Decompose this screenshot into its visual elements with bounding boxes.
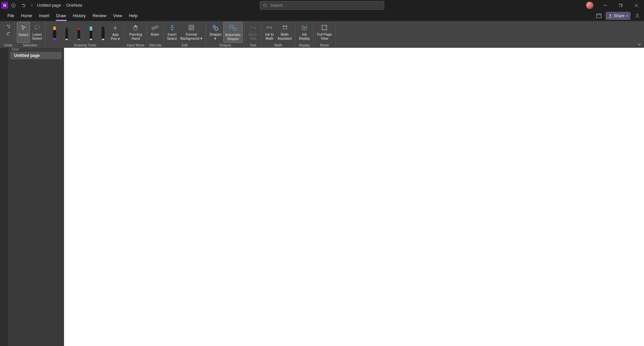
full-page-label: Full Page View <box>317 32 332 40</box>
cursor-icon <box>20 25 27 31</box>
page-list-panel: Start Untitled page <box>8 48 64 346</box>
group-label-edit: Edit <box>182 43 188 48</box>
svg-rect-13 <box>53 38 56 40</box>
svg-rect-21 <box>101 30 105 39</box>
ribbon-separator <box>45 23 45 46</box>
ink-to-text-label: Ink to Text <box>249 32 257 40</box>
search-icon <box>263 3 267 8</box>
tab-review[interactable]: Review <box>89 11 110 21</box>
group-shapes: Shapes ▾ Automatic Shapes Shapes <box>207 21 244 48</box>
redo-button[interactable] <box>4 30 12 37</box>
svg-rect-16 <box>77 30 80 39</box>
minimize-button[interactable] <box>598 0 613 11</box>
group-label-mode: Mode <box>320 43 329 48</box>
svg-rect-11 <box>53 27 56 30</box>
svg-rect-31 <box>189 25 194 30</box>
svg-point-10 <box>35 25 39 29</box>
svg-rect-18 <box>90 27 92 31</box>
pencil-icon <box>87 26 95 41</box>
svg-rect-17 <box>78 39 80 40</box>
ribbon-collapse-button[interactable] <box>637 43 641 46</box>
undo-button[interactable] <box>4 23 12 30</box>
share-button[interactable]: Share ▾ <box>606 12 631 20</box>
tab-draw[interactable]: Draw <box>53 11 69 21</box>
undo-quick-button[interactable] <box>19 1 28 10</box>
mode-switcher-button[interactable] <box>594 12 604 20</box>
app-icon: N <box>1 2 8 9</box>
svg-rect-14 <box>65 30 68 39</box>
lasso-select-button[interactable]: Lasso Select <box>31 22 43 43</box>
svg-rect-20 <box>90 39 92 40</box>
ink-replay-button[interactable]: Ink Replay <box>297 22 311 43</box>
tab-file[interactable]: File <box>4 11 18 21</box>
svg-point-1 <box>263 4 266 6</box>
svg-rect-39 <box>233 29 236 31</box>
group-label-input: Input Mode <box>127 43 144 48</box>
pencil-teal[interactable] <box>86 25 96 41</box>
group-drawing-tools: Add Pen ▾ Drawing Tools <box>46 21 124 48</box>
group-edit: Insert Space Format Background ▾ Edit <box>164 21 205 48</box>
pen-highlighter-orange[interactable] <box>49 25 60 41</box>
search-input[interactable] <box>270 3 381 8</box>
hand-icon <box>132 24 139 31</box>
feedback-button[interactable] <box>633 12 642 20</box>
maximize-button[interactable] <box>613 0 629 11</box>
svg-rect-22 <box>102 39 104 40</box>
ruler-label: Ruler <box>151 32 159 36</box>
group-input-mode: Panning Hand Input Mode <box>125 21 146 48</box>
svg-line-2 <box>266 6 267 7</box>
tab-home[interactable]: Home <box>18 11 35 21</box>
svg-point-49 <box>286 29 287 30</box>
pen-black[interactable] <box>61 25 72 41</box>
window-controls <box>586 0 644 11</box>
main-area: Start Untitled page <box>0 48 644 346</box>
ink-to-math-button[interactable]: π Ink to Math <box>263 22 276 43</box>
svg-rect-4 <box>619 4 622 7</box>
ink-replay-label: Ink Replay <box>299 32 310 40</box>
ruler-button[interactable]: Ruler <box>149 22 161 43</box>
page-list-item[interactable]: Untitled page <box>10 52 62 59</box>
group-replay: Ink Replay Replay <box>296 21 313 48</box>
format-background-button[interactable]: Format Background ▾ <box>179 22 204 43</box>
shapes-button[interactable]: Shapes ▾ <box>208 22 223 43</box>
restore-icon <box>619 4 622 7</box>
redo-icon <box>6 31 11 36</box>
tab-view[interactable]: View <box>110 11 126 21</box>
select-button[interactable]: Select <box>17 22 30 43</box>
full-page-view-button[interactable]: Full Page View <box>316 22 333 43</box>
close-button[interactable] <box>629 0 644 11</box>
panning-hand-button[interactable]: Panning Hand <box>128 22 143 43</box>
group-label-drawing: Drawing Tools <box>74 43 96 48</box>
math-assistant-label: Math Assistant <box>278 32 292 40</box>
insert-space-button[interactable]: Insert Space <box>166 22 179 43</box>
ruler-icon <box>151 24 159 31</box>
chevron-down-icon: ▾ <box>626 14 628 18</box>
automatic-shapes-button[interactable]: Automatic Shapes <box>223 22 243 43</box>
nav-back-button[interactable] <box>9 1 18 10</box>
pen-red[interactable] <box>73 25 84 41</box>
user-avatar[interactable] <box>586 2 593 9</box>
search-box[interactable] <box>260 1 384 10</box>
person-help-icon <box>635 13 640 19</box>
marker-icon <box>99 26 107 41</box>
tab-insert[interactable]: Insert <box>36 11 53 21</box>
canvas[interactable] <box>64 48 644 346</box>
marker-black[interactable] <box>98 25 108 41</box>
svg-line-28 <box>156 27 156 28</box>
ink-to-text-button: a Ink to Text <box>247 22 259 43</box>
chevron-down-icon <box>30 4 33 7</box>
arrow-left-icon <box>11 3 16 8</box>
group-label-text: Text <box>250 43 256 48</box>
math-assistant-button[interactable]: Math Assistant <box>276 22 293 43</box>
ribbon-separator <box>14 23 15 46</box>
group-text: a Ink to Text Text <box>246 21 260 48</box>
group-label-stencils: Stencils <box>149 43 161 48</box>
add-pen-button[interactable]: Add Pen ▾ <box>109 22 122 43</box>
tab-history[interactable]: History <box>69 11 89 21</box>
svg-rect-15 <box>66 39 68 40</box>
tab-help[interactable]: Help <box>126 11 141 21</box>
ink-to-math-label: Ink to Math <box>265 32 274 40</box>
qat-customize-button[interactable] <box>29 1 34 10</box>
window-title: Untitled page - OneNote <box>37 3 83 8</box>
pen-icon <box>75 26 83 41</box>
